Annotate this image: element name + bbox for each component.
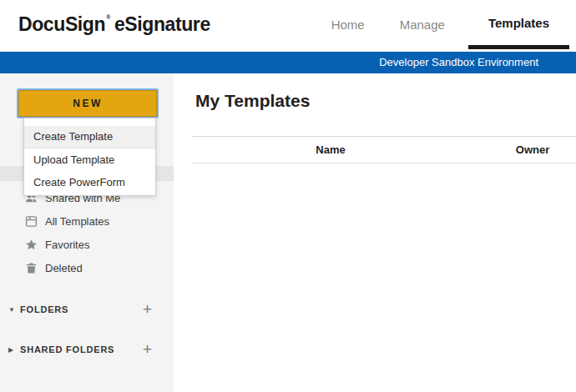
main-content: My Templates Name Owner — [174, 73, 576, 392]
primary-nav: Home Manage Templates — [320, 0, 569, 49]
menu-item-create-template[interactable]: Create Template — [24, 126, 155, 148]
sandbox-banner: Developer Sandbox Environment — [0, 52, 576, 73]
shared-folders-section-label: SHARED FOLDERS — [20, 344, 143, 354]
nav-manage[interactable]: Manage — [388, 0, 457, 49]
table-header: Name Owner — [192, 136, 576, 163]
menu-item-upload-template[interactable]: Upload Template — [24, 148, 155, 171]
sidebar-item-all-templates[interactable]: All Templates — [0, 209, 174, 233]
registered-mark: ® — [106, 14, 110, 20]
docusign-logo: DocuSign ® eSignature — [18, 0, 210, 48]
triangle-right-icon: ▶ — [8, 346, 20, 354]
sidebar-item-label: Favorites — [45, 239, 89, 251]
top-header: DocuSign ® eSignature Home Manage Templa… — [0, 0, 576, 52]
app-window: DocuSign ® eSignature Home Manage Templa… — [0, 0, 576, 392]
sidebar-item-label: Deleted — [45, 262, 83, 274]
new-button[interactable]: NEW — [18, 90, 157, 117]
add-shared-folder-button[interactable]: + — [143, 343, 152, 356]
page-title: My Templates — [195, 91, 310, 111]
nav-templates[interactable]: Templates — [468, 0, 569, 49]
column-header-name[interactable]: Name — [316, 137, 345, 163]
body-layout: NEW Create Template Upload Template Crea… — [0, 73, 576, 392]
column-header-owner[interactable]: Owner — [516, 137, 549, 163]
sidebar-nav-list: Shared with Me All Templates — [0, 186, 174, 279]
add-folder-button[interactable]: + — [143, 303, 152, 316]
logo-product: eSignature — [114, 13, 210, 36]
folders-section-label: FOLDERS — [20, 304, 143, 314]
trash-icon — [25, 262, 38, 274]
nav-home[interactable]: Home — [320, 0, 376, 49]
sidebar-item-label: All Templates — [45, 215, 109, 228]
templates-grid-icon — [25, 215, 38, 228]
sandbox-banner-text: Developer Sandbox Environment — [379, 52, 538, 73]
new-dropdown-menu: Create Template Upload Template Create P… — [23, 118, 156, 196]
sidebar-item-favorites[interactable]: Favorites — [0, 233, 174, 256]
folders-section-header[interactable]: ▼ FOLDERS + — [0, 298, 174, 321]
shared-folders-section-header[interactable]: ▶ SHARED FOLDERS + — [0, 338, 174, 361]
menu-item-create-powerform[interactable]: Create PowerForm — [24, 171, 155, 193]
logo-brand: DocuSign — [18, 13, 105, 36]
sidebar-item-deleted[interactable]: Deleted — [0, 256, 174, 279]
sidebar: NEW Create Template Upload Template Crea… — [0, 73, 174, 392]
star-icon — [25, 239, 38, 251]
triangle-down-icon: ▼ — [8, 306, 20, 314]
